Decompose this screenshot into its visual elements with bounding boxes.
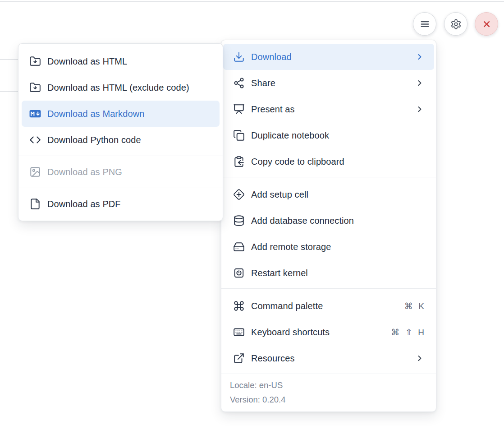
folder-down-icon — [29, 82, 41, 93]
download-submenu: Download as HTMLDownload as HTML (exclud… — [18, 43, 223, 221]
download-icon — [233, 51, 245, 63]
gear-icon — [450, 18, 462, 30]
copy-icon — [233, 130, 245, 141]
menu-item-label: Present as — [251, 104, 415, 115]
menu-item-label: Download as HTML — [47, 56, 213, 67]
menu-item-add-setup-cell[interactable]: Add setup cell — [223, 181, 434, 208]
menu-item-label: Download as Markdown — [47, 109, 213, 119]
menu-item-right-slot — [415, 352, 424, 364]
menu-item-resources[interactable]: Resources — [223, 345, 434, 371]
chevron-right-icon — [415, 51, 424, 63]
database-icon — [233, 215, 245, 227]
menu-item-restart-kernel[interactable]: Restart kernel — [223, 260, 434, 286]
menu-item-label: Copy code to clipboard — [251, 157, 424, 167]
menu-item-download-as-markdown[interactable]: Download as Markdown — [22, 101, 220, 127]
menu-separator — [221, 288, 436, 289]
image-icon — [29, 166, 41, 178]
menu-item-copy-code-to-clipboard[interactable]: Copy code to clipboard — [223, 148, 434, 175]
share-icon — [233, 77, 245, 89]
menu-item-download-python-code[interactable]: Download Python code — [22, 127, 220, 153]
background-cell-divider — [0, 59, 18, 60]
menu-item-right-slot: ⌘ ⇧ H — [391, 327, 424, 338]
chevron-right-icon — [415, 77, 424, 89]
shutdown-button[interactable] — [475, 12, 498, 36]
menu-item-share[interactable]: Share — [223, 70, 434, 96]
diamond-plus-icon — [233, 189, 245, 200]
markdown-download-icon — [29, 108, 41, 120]
settings-button[interactable] — [444, 12, 467, 36]
menu-item-download-as-pdf[interactable]: Download as PDF — [22, 191, 220, 217]
menu-separator — [18, 156, 223, 156]
menu-item-label: Download as PNG — [47, 167, 213, 177]
menu-item-label: Command palette — [251, 301, 404, 311]
external-link-icon — [233, 352, 245, 364]
menu-item-download-as-png: Download as PNG — [22, 159, 220, 185]
presentation-icon — [233, 103, 245, 115]
menu-item-download[interactable]: Download — [223, 44, 434, 70]
menu-item-label: Download Python code — [47, 135, 213, 145]
menu-item-label: Add database connection — [251, 216, 424, 226]
menu-item-label: Duplicate notebook — [251, 130, 424, 141]
menu-item-label: Share — [251, 78, 415, 88]
menu-item-download-as-html-exclude-code[interactable]: Download as HTML (exclude code) — [22, 74, 220, 101]
notebook-menu-button[interactable] — [413, 12, 436, 36]
menu-item-download-as-html[interactable]: Download as HTML — [22, 48, 220, 74]
menu-item-right-slot — [415, 51, 424, 63]
menu-item-right-slot — [415, 77, 424, 89]
close-icon — [481, 18, 492, 30]
menu-item-right-slot: ⌘ K — [404, 301, 424, 311]
code-icon — [29, 134, 41, 146]
chevron-right-icon — [415, 352, 424, 364]
menu-item-add-remote-storage[interactable]: Add remote storage — [223, 234, 434, 260]
locale-info: Locale: en-US — [230, 378, 436, 393]
shortcut-hint: ⌘ K — [404, 301, 424, 311]
command-icon — [233, 300, 245, 312]
hard-drive-icon — [233, 241, 245, 253]
chevron-right-icon — [415, 103, 424, 115]
menu-item-label: Add setup cell — [251, 190, 424, 200]
version-info: Version: 0.20.4 — [230, 393, 436, 407]
menu-item-label: Download as HTML (exclude code) — [47, 83, 213, 93]
menu-item-label: Keyboard shortcuts — [251, 327, 391, 338]
menu-item-label: Download — [251, 52, 415, 62]
menu-item-label: Download as PDF — [47, 199, 213, 209]
folder-down-icon — [29, 56, 41, 67]
background-cell-divider — [0, 91, 18, 92]
menu-separator — [221, 177, 436, 177]
menu-item-add-database-connection[interactable]: Add database connection — [223, 208, 434, 234]
keyboard-icon — [233, 326, 245, 338]
power-square-icon — [233, 267, 245, 279]
background-top-divider — [0, 1, 504, 2]
menu-footer: Locale: en-US Version: 0.20.4 — [221, 374, 436, 412]
menu-item-command-palette[interactable]: Command palette⌘ K — [223, 293, 434, 319]
clipboard-copy-icon — [233, 156, 245, 167]
menu-item-right-slot — [415, 103, 424, 115]
menu-item-label: Add remote storage — [251, 242, 424, 252]
shortcut-hint: ⌘ ⇧ H — [391, 327, 424, 338]
notebook-actions-menu: DownloadSharePresent asDuplicate noteboo… — [221, 40, 436, 412]
menu-item-keyboard-shortcuts[interactable]: Keyboard shortcuts⌘ ⇧ H — [223, 319, 434, 345]
file-icon — [29, 198, 41, 210]
menu-item-label: Resources — [251, 353, 415, 364]
menu-item-duplicate-notebook[interactable]: Duplicate notebook — [223, 122, 434, 148]
menu-separator — [18, 188, 223, 188]
menu-item-label: Restart kernel — [251, 268, 424, 278]
menu-item-present-as[interactable]: Present as — [223, 96, 434, 122]
hamburger-menu-icon — [419, 18, 431, 30]
